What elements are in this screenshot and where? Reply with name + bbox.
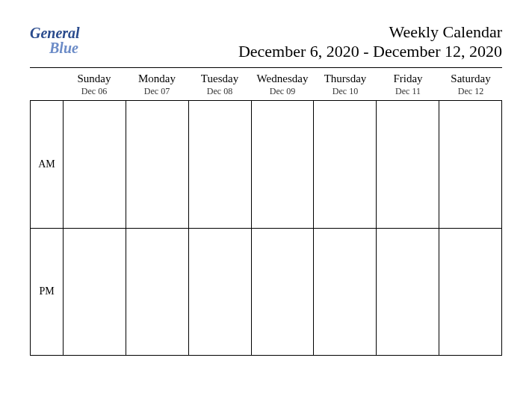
day-name: Friday: [377, 72, 439, 85]
day-date: Dec 12: [439, 86, 502, 97]
period-labels: AM PM: [31, 101, 64, 355]
calendar-body: AM PM: [30, 100, 502, 356]
brand-logo: General Blue: [30, 22, 80, 55]
day-header: Wednesday Dec 09: [251, 72, 314, 97]
day-name: Sunday: [63, 72, 126, 85]
day-date: Dec 07: [126, 86, 188, 97]
page-title: Weekly Calendar: [238, 22, 502, 42]
brand-part1: General: [30, 25, 80, 41]
calendar-cell: [439, 101, 501, 228]
calendar-cell: [64, 228, 126, 355]
header: General Blue Weekly Calendar December 6,…: [30, 22, 502, 68]
day-name: Monday: [126, 72, 188, 85]
day-header: Monday Dec 07: [126, 72, 188, 97]
calendar-cell: [126, 101, 188, 228]
calendar-cell: [252, 228, 314, 355]
period-am: AM: [31, 101, 63, 228]
day-header: Saturday Dec 12: [439, 72, 502, 97]
brand-part2: Blue: [49, 40, 78, 55]
calendar-cell: [126, 228, 188, 355]
day-date: Dec 11: [377, 86, 439, 97]
day-column: [251, 101, 314, 355]
title-block: Weekly Calendar December 6, 2020 - Decem…: [238, 22, 502, 61]
calendar-days: [64, 101, 501, 355]
calendar-cell: [314, 228, 376, 355]
day-header: Tuesday Dec 08: [188, 72, 251, 97]
calendar-cell: [252, 101, 314, 228]
day-header: Thursday Dec 10: [314, 72, 377, 97]
calendar-cell: [439, 228, 501, 355]
day-date: Dec 08: [188, 86, 251, 97]
day-date: Dec 10: [314, 86, 377, 97]
day-header: Sunday Dec 06: [63, 72, 126, 97]
day-date: Dec 09: [251, 86, 314, 97]
day-column: [126, 101, 188, 355]
day-date: Dec 06: [63, 86, 126, 97]
calendar-cell: [377, 228, 439, 355]
calendar-cell: [377, 101, 439, 228]
corner-spacer: [30, 72, 63, 97]
day-column: [188, 101, 251, 355]
day-header-row: Sunday Dec 06 Monday Dec 07 Tuesday Dec …: [30, 72, 502, 100]
calendar-cell: [314, 101, 376, 228]
day-name: Saturday: [439, 72, 502, 85]
day-column: [376, 101, 439, 355]
day-column: [64, 101, 126, 355]
day-name: Thursday: [314, 72, 377, 85]
day-column: [313, 101, 376, 355]
period-pm: PM: [31, 228, 63, 356]
day-header: Friday Dec 11: [377, 72, 439, 97]
page-subtitle: December 6, 2020 - December 12, 2020: [238, 42, 502, 61]
day-name: Wednesday: [251, 72, 314, 85]
calendar-cell: [189, 101, 251, 228]
day-name: Tuesday: [188, 72, 251, 85]
calendar-cell: [64, 101, 126, 228]
calendar-grid: Sunday Dec 06 Monday Dec 07 Tuesday Dec …: [30, 72, 502, 356]
calendar-cell: [189, 228, 251, 355]
day-column: [439, 101, 501, 355]
